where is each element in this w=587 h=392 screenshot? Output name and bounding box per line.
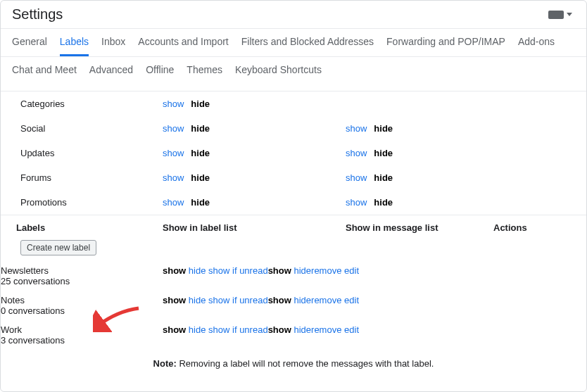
user-label-row: Work 3 conversations show hide show if u… xyxy=(1,319,586,348)
show-in-list-active[interactable]: show xyxy=(163,295,186,305)
user-label-row: Newsletters 25 conversations show hide s… xyxy=(1,260,586,289)
hide-in-list-active[interactable]: hide xyxy=(191,197,210,208)
tab-accounts-import[interactable]: Accounts and Import xyxy=(138,36,228,56)
user-label-count: 0 conversations xyxy=(1,305,163,316)
show-in-list-active[interactable]: show xyxy=(163,265,186,276)
page-title: Settings xyxy=(12,6,63,23)
hide-in-list-active[interactable]: hide xyxy=(191,172,210,183)
tab-add-ons[interactable]: Add-ons xyxy=(518,36,555,56)
system-label-name: Promotions xyxy=(1,197,163,208)
hide-in-msg-active[interactable]: hide xyxy=(374,197,393,208)
edit-label-link[interactable]: edit xyxy=(344,265,359,276)
hide-in-msg-active[interactable]: hide xyxy=(374,148,393,158)
show-in-msg-active[interactable]: show xyxy=(268,324,291,335)
tab-offline[interactable]: Offline xyxy=(146,64,174,82)
show-in-msg-link[interactable]: show xyxy=(346,123,367,134)
system-label-row: Forums show hide show hide xyxy=(1,165,586,190)
tab-advanced[interactable]: Advanced xyxy=(89,64,133,82)
user-label-count: 25 conversations xyxy=(1,276,163,286)
remove-label-link[interactable]: remove xyxy=(311,265,341,276)
labels-header-labels: Labels xyxy=(1,222,163,233)
hide-in-msg-link[interactable]: hide xyxy=(294,265,311,276)
show-if-unread-link[interactable]: show if unread xyxy=(208,265,268,276)
input-tools-selector[interactable] xyxy=(545,9,575,20)
system-label-row: Social show hide show hide xyxy=(1,116,586,141)
system-label-name: Categories xyxy=(1,99,163,109)
system-label-name: Social xyxy=(1,123,163,134)
tab-labels[interactable]: Labels xyxy=(60,36,89,56)
tab-themes[interactable]: Themes xyxy=(187,64,222,82)
tab-keyboard-shortcuts[interactable]: Keyboard Shortcuts xyxy=(235,64,322,82)
show-in-list-link[interactable]: show xyxy=(163,172,184,183)
show-in-list-link[interactable]: show xyxy=(163,123,184,134)
system-label-name: Forums xyxy=(1,172,163,183)
note-label: Note: xyxy=(153,358,177,369)
hide-in-msg-active[interactable]: hide xyxy=(374,123,393,134)
system-label-name: Updates xyxy=(1,148,163,158)
removal-note: Note: Removing a label will not remove t… xyxy=(1,348,586,369)
labels-section: Categories show hide Social show hide sh… xyxy=(1,91,586,369)
note-text: Removing a label will not remove the mes… xyxy=(177,358,434,369)
hide-in-list-link[interactable]: hide xyxy=(189,265,206,276)
keyboard-icon xyxy=(548,11,564,19)
labels-header-msg: Show in message list xyxy=(346,222,479,233)
tab-chat-meet[interactable]: Chat and Meet xyxy=(12,64,77,82)
system-label-row: Updates show hide show hide xyxy=(1,141,586,165)
remove-label-link[interactable]: remove xyxy=(311,295,341,305)
user-label-name: Newsletters xyxy=(1,265,163,276)
show-in-msg-active[interactable]: show xyxy=(268,265,291,276)
show-in-msg-active[interactable]: show xyxy=(268,295,291,305)
show-in-list-active[interactable]: show xyxy=(163,324,186,335)
settings-tabs-row2: Chat and Meet Advanced Offline Themes Ke… xyxy=(1,57,586,91)
show-if-unread-link[interactable]: show if unread xyxy=(208,324,268,335)
system-label-row: Promotions show hide show hide xyxy=(1,190,586,215)
hide-in-list-link[interactable]: hide xyxy=(189,324,206,335)
tab-inbox[interactable]: Inbox xyxy=(101,36,125,56)
show-in-list-link[interactable]: show xyxy=(163,99,184,109)
labels-header-list: Show in label list xyxy=(163,222,346,233)
settings-window: Settings General Labels Inbox Accounts a… xyxy=(0,0,587,392)
show-in-msg-link[interactable]: show xyxy=(346,148,367,158)
hide-in-msg-link[interactable]: hide xyxy=(294,324,311,335)
hide-in-msg-active[interactable]: hide xyxy=(374,172,393,183)
tab-forwarding-pop-imap[interactable]: Forwarding and POP/IMAP xyxy=(386,36,505,56)
user-label-count: 3 conversations xyxy=(1,335,163,346)
user-label-row: Notes 0 conversations show hide show if … xyxy=(1,289,586,319)
tab-general[interactable]: General xyxy=(12,36,47,56)
chevron-down-icon xyxy=(567,13,572,16)
user-label-name: Work xyxy=(1,324,163,335)
remove-label-link[interactable]: remove xyxy=(311,324,341,335)
show-in-msg-link[interactable]: show xyxy=(346,172,367,183)
settings-tabs-row1: General Labels Inbox Accounts and Import… xyxy=(1,29,586,57)
hide-in-list-active[interactable]: hide xyxy=(191,99,210,109)
hide-in-list-link[interactable]: hide xyxy=(189,295,206,305)
system-label-row: Categories show hide xyxy=(1,91,586,116)
user-label-name: Notes xyxy=(1,295,163,305)
hide-in-msg-link[interactable]: hide xyxy=(294,295,311,305)
labels-header-row: Labels Show in label list Show in messag… xyxy=(1,215,586,240)
show-in-list-link[interactable]: show xyxy=(163,148,184,158)
edit-label-link[interactable]: edit xyxy=(344,324,359,335)
hide-in-list-active[interactable]: hide xyxy=(191,148,210,158)
show-in-list-link[interactable]: show xyxy=(163,197,184,208)
titlebar: Settings xyxy=(1,1,586,29)
show-if-unread-link[interactable]: show if unread xyxy=(208,295,268,305)
tab-filters-blocked[interactable]: Filters and Blocked Addresses xyxy=(241,36,374,56)
show-in-msg-link[interactable]: show xyxy=(346,197,367,208)
labels-header-actions: Actions xyxy=(479,222,586,233)
edit-label-link[interactable]: edit xyxy=(344,295,359,305)
hide-in-list-active[interactable]: hide xyxy=(191,123,210,134)
create-new-label-button[interactable]: Create new label xyxy=(20,240,96,255)
